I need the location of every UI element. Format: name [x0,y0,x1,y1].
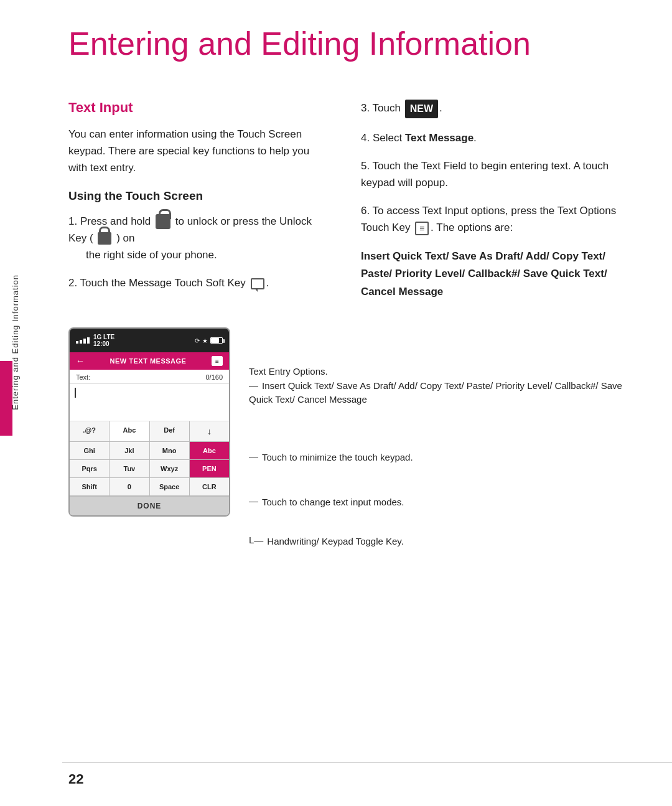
phone-nav-bar: ← NEW TEXT MESSAGE ≡ [70,352,229,370]
annotation-dash-1: — [249,380,258,391]
options-text: Insert Quick Text/ Save As Draft/ Add/ C… [361,248,635,302]
key-abc[interactable]: Abc [110,421,149,441]
annotation-top: Text Entry Options. —Insert Quick Text/ … [249,365,635,407]
signal-bar-4 [87,337,90,344]
main-content: Entering and Editing Information Text In… [31,0,672,806]
key-def[interactable]: Def [150,421,190,441]
phone-header-icons: ⟳ ★ [195,337,223,344]
annotation-dash-2: — [249,451,258,461]
annotation-minimize-line: — Touch to minimize the touch keypad. [249,451,635,465]
signal-bar-1 [76,341,78,344]
bottom-line [62,762,672,762]
nav-menu-button[interactable]: ≡ [212,356,223,366]
key-at[interactable]: .@? [70,421,110,441]
annotation-modes: — Touch to change text input modes. [249,495,635,510]
annotation-handwriting-line: L— Handwriting/ Keypad Toggle Key. [249,535,635,549]
key-pqrs[interactable]: Pqrs [70,460,110,477]
text-message-label: Text Message [405,132,474,144]
message-icon [251,278,264,289]
phone-text-row: Text: 0/160 [70,370,229,384]
step-6: 6. To access Text Input options, press t… [361,202,635,236]
keyboard-row-4: Shift 0 Space CLR [70,478,229,496]
annotation-top-line: Text Entry Options. —Insert Quick Text/ … [249,365,635,407]
step-4: 4. Select Text Message. [361,129,635,146]
side-tab-label: Entering and Editing Information [11,274,20,410]
annotation-modes-line: — Touch to change text input modes. [249,495,635,510]
new-badge: NEW [405,100,438,118]
side-tab-text: Entering and Editing Information [0,62,30,622]
annotation-text-handwriting: Handwriting/ Keypad Toggle Key. [267,535,404,549]
step-3: 3. Touch NEW. [361,100,635,118]
annotation-text-entry: Text Entry Options. —Insert Quick Text/ … [249,365,635,407]
side-tab: Entering and Editing Information [0,0,30,806]
lock-icon [156,214,170,229]
keyboard: .@? Abc Def ↓ Ghi Jkl Mno Abc Pqrs [70,421,229,515]
done-button[interactable]: DONE [70,496,229,515]
key-space[interactable]: Space [150,478,190,495]
phone-body: Text: 0/160 .@? Abc Def ↓ [70,370,229,515]
key-wxyz[interactable]: Wxyz [150,460,190,477]
unlock-icon [98,232,111,245]
sync-icon: ⟳ [195,337,200,344]
text-label: Text: [76,373,90,381]
phone-status-bar: 1G LTE12:00 ⟳ ★ [70,329,229,352]
phone-diagram-area: 1G LTE12:00 ⟳ ★ ← NEW TEXT MESSAGE ≡ [31,302,672,548]
key-minimize[interactable]: ↓ [190,421,229,441]
page-number: 22 [68,771,83,787]
annotation-handwriting: L— Handwriting/ Keypad Toggle Key. [249,535,635,549]
right-column: 3. Touch NEW. 4. Select Text Message. 5.… [361,100,635,302]
key-tuv[interactable]: Tuv [110,460,149,477]
step-5: 5. Touch the Text Field to begin enterin… [361,157,635,191]
page-title: Entering and Editing Information [31,0,672,81]
signal-text: 1G LTE12:00 [93,334,114,347]
battery-fill [211,338,219,343]
intro-paragraph: You can enter information using the Touc… [68,126,330,177]
key-mode-abc[interactable]: Abc [190,442,229,459]
signal-bar-2 [80,340,82,344]
annotation-text-minimize: Touch to minimize the touch keypad. [262,451,413,465]
menu-icon [415,222,429,235]
phone-header-left: 1G LTE12:00 [76,334,114,347]
keyboard-row-1: .@? Abc Def ↓ [70,421,229,442]
text-count: 0/160 [205,373,223,381]
keyboard-row-3: Pqrs Tuv Wxyz PEN [70,460,229,478]
subsection-title-touch-screen: Using the Touch Screen [68,189,330,203]
step-1: 1. Press and hold to unlock or press the… [68,213,330,264]
signal-bars [76,337,90,344]
signal-bar-3 [83,339,86,344]
key-ghi[interactable]: Ghi [70,442,110,459]
annotation-dash-3: — [249,495,258,506]
left-column: Text Input You can enter information usi… [68,100,330,302]
section-title-text-input: Text Input [68,100,330,116]
text-cursor [75,388,76,398]
battery-icon [210,337,223,344]
keyboard-row-2: Ghi Jkl Mno Abc [70,442,229,460]
key-pen[interactable]: PEN [190,460,229,477]
key-shift[interactable]: Shift [70,478,110,495]
back-button[interactable]: ← [76,356,85,366]
nav-title: NEW TEXT MESSAGE [110,357,187,365]
key-0[interactable]: 0 [110,478,149,495]
nav-menu-icon: ≡ [215,358,219,365]
step-2: 2. Touch the Message Touch Soft Key . [68,274,330,291]
annotation-text-modes: Touch to change text input modes. [262,495,404,510]
key-mno[interactable]: Mno [150,442,190,459]
phone-input-area[interactable] [70,384,229,421]
key-clr[interactable]: CLR [190,478,229,495]
phone-mockup: 1G LTE12:00 ⟳ ★ ← NEW TEXT MESSAGE ≡ [68,327,230,517]
key-jkl[interactable]: Jkl [110,442,149,459]
annotation-dash-4: L— [249,535,263,545]
star-icon: ★ [202,337,208,344]
content-area: Text Input You can enter information usi… [31,81,672,302]
annotation-minimize: — Touch to minimize the touch keypad. [249,451,635,465]
diagram-annotations: Text Entry Options. —Insert Quick Text/ … [249,327,635,548]
